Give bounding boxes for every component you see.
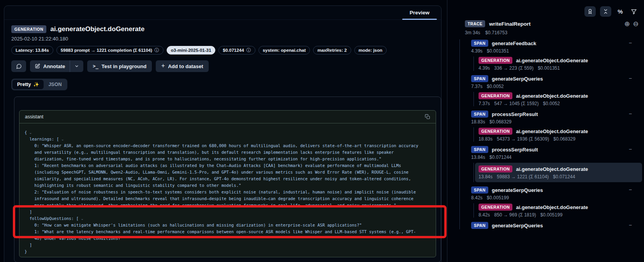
add-to-dataset-button[interactable]: + Add to dataset xyxy=(156,60,209,72)
span-node[interactable]: SPANgenerateSerpQueries−7.37s$0.0052GENE… xyxy=(471,75,639,106)
span-node[interactable]: SPANgenerateFeedback−4.39s$0.001351GENER… xyxy=(471,39,639,71)
terminal-icon: >_ xyxy=(93,63,98,69)
generation-node-header[interactable]: GENERATIONai.generateObject.doGenerate xyxy=(479,56,639,64)
collapse-node-icon[interactable]: − xyxy=(629,222,632,228)
observation-header: GENERATION ai.generateObject.doGenerate … xyxy=(4,20,441,72)
percent-icon: % xyxy=(618,8,623,15)
code-line: 1: "Recent benchmarks on adversarial aud… xyxy=(25,162,436,169)
toggle-pretty[interactable]: Pretty ✨ xyxy=(12,80,44,89)
collapse-node-icon[interactable]: − xyxy=(629,75,632,81)
generation-metrics: 18.83s54373 → 1936 (Σ 56309)$0.068329 xyxy=(479,136,639,142)
span-node[interactable]: SPANgenerateSerpQueries−8.42s$0.005199GE… xyxy=(471,186,639,218)
generation-node-header[interactable]: GENERATIONai.generateObject.doGenerate xyxy=(479,92,639,100)
generation-name: ai.generateObject.doGenerate xyxy=(516,166,588,172)
generation-tokens: 547 → 1045 (Σ 1592) xyxy=(494,101,538,106)
collapse-chevron-icon[interactable]: ⌄ xyxy=(61,137,64,141)
span-children: GENERATIONai.generateObject.doGenerate4.… xyxy=(473,56,639,71)
trace-tree-sidebar: % TRACE writeFinalReport ⊕ ⊖ 3m 34s $0.7… xyxy=(447,0,644,262)
span-cost: $0.001351 xyxy=(487,48,509,54)
span-node[interactable]: SPANgenerateSerpQueries− xyxy=(471,222,639,229)
span-node-header[interactable]: SPANgenerateSerpQueries− xyxy=(471,222,639,229)
span-badge: SPAN xyxy=(471,111,488,118)
generation-duration: 7.37s xyxy=(479,101,490,106)
collapse-node-icon[interactable]: − xyxy=(629,111,632,117)
metrics-toggle-button[interactable]: % xyxy=(616,6,625,17)
annotations-button[interactable] xyxy=(584,6,596,17)
generation-node[interactable]: GENERATIONai.generateObject.doGenerate8.… xyxy=(479,203,639,218)
generation-duration: 13.84s xyxy=(479,174,493,179)
generation-duration: 4.39s xyxy=(479,65,490,71)
span-node-header[interactable]: SPANgenerateSerpQueries− xyxy=(471,186,639,194)
span-name: generateSerpQueries xyxy=(492,223,543,229)
generation-node-header[interactable]: GENERATIONai.generateObject.doGenerate xyxy=(479,203,639,211)
span-name: processSerpResult xyxy=(492,147,538,153)
trace-root-row[interactable]: TRACE writeFinalReport ⊕ ⊖ xyxy=(465,20,639,27)
info-icon[interactable]: ⓘ xyxy=(155,48,159,53)
generation-node[interactable]: GENERATIONai.generateObject.doGenerate18… xyxy=(479,127,639,142)
generation-node[interactable]: GENERATIONai.generateObject.doGenerate7.… xyxy=(479,92,639,106)
generation-cost: $0.005199 xyxy=(540,212,563,218)
playground-button-label: Test in playground xyxy=(102,63,146,69)
metadata-pill: maxRetries: 2 xyxy=(313,46,351,55)
collapse-node-icon[interactable]: − xyxy=(629,186,632,193)
code-line: learnings: [⌄ xyxy=(25,136,436,142)
generation-node[interactable]: GENERATIONai.generateObject.doGenerate4.… xyxy=(479,56,639,71)
span-node[interactable]: SPANprocessSerpResult−13.84s$0.071244GEN… xyxy=(471,146,639,182)
collapse-node-icon[interactable]: − xyxy=(629,146,632,152)
span-cost: $0.005199 xyxy=(487,195,509,200)
generation-badge: GENERATION xyxy=(479,165,512,172)
chevron-down-icon xyxy=(74,64,79,69)
toggle-json[interactable]: JSON xyxy=(44,80,66,89)
annotate-button-group: Annotate xyxy=(30,60,83,72)
generation-cost: $0.001351 xyxy=(538,65,560,71)
collapse-chevron-icon[interactable]: ⌄ xyxy=(29,130,32,135)
observation-type-badge: GENERATION xyxy=(11,25,46,33)
collapse-node-icon[interactable]: − xyxy=(629,40,632,46)
span-node-header[interactable]: SPANprocessSerpResult− xyxy=(471,110,639,118)
generation-node-header[interactable]: GENERATIONai.generateObject.doGenerate xyxy=(479,127,639,135)
pill-label: system: openai.chat xyxy=(263,48,306,53)
annotate-button-label: Annotate xyxy=(43,63,65,69)
span-cost: $0.068329 xyxy=(489,119,512,125)
test-in-playground-button[interactable]: >_ Test in playground xyxy=(87,60,152,72)
span-node[interactable]: SPANprocessSerpResult−18.83s$0.068329GEN… xyxy=(471,110,639,142)
collapse-all-button[interactable] xyxy=(600,6,611,17)
tab-preview[interactable]: Preview xyxy=(400,6,439,19)
span-badge: SPAN xyxy=(471,75,488,82)
output-view-toggle: Pretty ✨ JSON xyxy=(11,79,67,90)
span-duration: 13.84s xyxy=(471,155,485,160)
filter-button[interactable] xyxy=(629,6,639,17)
metadata-pill: Latency: 13.84s xyxy=(11,46,53,55)
fold-vertical-icon xyxy=(603,9,609,14)
trace-children: SPANgenerateFeedback−4.39s$0.001351GENER… xyxy=(459,39,639,229)
annotate-button[interactable]: Annotate xyxy=(30,60,70,72)
generation-metrics: 4.39s336 → 223 (Σ 559)$0.001351 xyxy=(479,65,639,71)
code-line: {⌄ xyxy=(25,129,436,136)
add-to-dataset-label: Add to dataset xyxy=(168,63,203,69)
span-node-header[interactable]: SPANgenerateFeedback− xyxy=(471,39,639,47)
span-badge: SPAN xyxy=(471,146,488,153)
generation-node-header[interactable]: GENERATIONai.generateObject.doGenerate xyxy=(479,165,639,173)
info-icon[interactable]: ⓘ xyxy=(246,48,251,53)
pill-label: $0.071244 xyxy=(223,48,244,53)
annotate-dropdown-button[interactable] xyxy=(70,60,83,72)
trace-tree: TRACE writeFinalReport ⊕ ⊖ 3m 34s $0.716… xyxy=(447,0,644,229)
span-node-header[interactable]: SPANprocessSerpResult− xyxy=(471,146,639,153)
span-duration: 18.83s xyxy=(471,119,485,125)
span-badge: SPAN xyxy=(471,186,488,193)
span-duration: 7.37s xyxy=(471,84,482,89)
copy-button[interactable] xyxy=(425,114,430,120)
generation-duration: 18.83s xyxy=(479,136,493,142)
span-node-header[interactable]: SPANgenerateSerpQueries− xyxy=(471,75,639,83)
comment-button[interactable] xyxy=(11,60,26,72)
zoom-out-icon[interactable]: ⊖ xyxy=(633,21,639,27)
generation-node[interactable]: GENERATIONai.generateObject.doGenerate13… xyxy=(475,163,642,182)
actions-toolbar: Annotate >_ Test in playground + Add to … xyxy=(11,60,441,72)
generation-cost: $0.068329 xyxy=(553,136,575,142)
comment-bubble-icon xyxy=(16,63,22,69)
generation-name: ai.generateObject.doGenerate xyxy=(516,58,588,63)
span-children: GENERATIONai.generateObject.doGenerate8.… xyxy=(473,203,639,218)
generation-badge: GENERATION xyxy=(479,128,512,135)
generation-cost: $0.071244 xyxy=(553,174,575,179)
zoom-in-icon[interactable]: ⊕ xyxy=(625,21,630,27)
